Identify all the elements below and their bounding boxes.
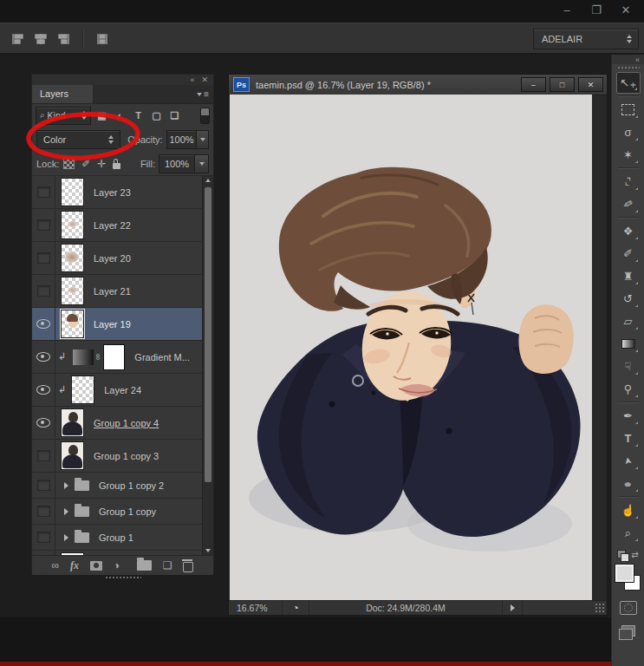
doc-close-button[interactable]: ✕ [578, 77, 603, 92]
move-tool[interactable]: ↖✛ [616, 72, 641, 94]
visibility-toggle[interactable] [32, 242, 55, 274]
canvas[interactable] [230, 95, 592, 602]
hand-tool[interactable]: ☝ [616, 500, 641, 521]
align-left-edges-button[interactable] [9, 30, 26, 48]
filter-smart-objects-icon[interactable]: ❏ [166, 108, 183, 124]
layer-row[interactable]: ↲Layer 24 [32, 374, 202, 407]
layer-thumbnail[interactable] [61, 310, 84, 338]
pen-tool[interactable]: ✒ [616, 405, 641, 427]
layer-row[interactable]: Group 1 copy 3 [32, 440, 202, 473]
filter-type-layers-icon[interactable]: T [130, 108, 146, 124]
magic-wand-tool[interactable]: ✶ [616, 144, 641, 166]
distribute-horizontal-centers-button[interactable] [94, 30, 111, 48]
visibility-toggle[interactable] [32, 308, 55, 340]
rectangular-marquee-tool[interactable] [616, 99, 641, 121]
visibility-toggle[interactable] [32, 176, 55, 208]
lock-transparency-icon[interactable] [63, 158, 75, 169]
visibility-toggle[interactable] [32, 440, 55, 472]
blend-mode-dropdown[interactable]: Color [36, 130, 120, 149]
layer-row[interactable]: Layer 19 [32, 308, 202, 341]
delete-layer-icon[interactable] [183, 562, 193, 572]
layer-styles-icon[interactable]: fx [70, 559, 79, 572]
lock-position-icon[interactable]: ✛ [97, 158, 106, 170]
eyedropper-tool[interactable]: ✎ [616, 193, 641, 215]
screen-mode-button[interactable] [621, 625, 635, 637]
layer-row[interactable]: Layer 22 [32, 209, 202, 242]
new-group-icon[interactable] [137, 560, 152, 571]
close-panel-icon[interactable]: ✕ [201, 75, 208, 84]
filter-toggle-switch[interactable] [200, 108, 210, 124]
ellipse-tool[interactable]: ● [616, 473, 641, 494]
layer-thumbnail[interactable] [71, 375, 94, 404]
layer-thumbnail[interactable] [61, 441, 84, 470]
document-resize-grip[interactable] [595, 603, 605, 613]
filter-kind-dropdown[interactable]: ⌕ Kind [36, 107, 91, 125]
mask-link-icon[interactable]: ∞ [94, 354, 103, 360]
brush-tool[interactable]: ✐ [616, 243, 641, 264]
clone-stamp-tool[interactable]: ♜ [616, 265, 641, 287]
lock-all-icon[interactable] [113, 163, 120, 169]
layer-thumbnail[interactable] [61, 244, 84, 272]
layer-thumbnail[interactable] [61, 178, 84, 206]
swap-colors-icon[interactable]: ⇄ [631, 550, 638, 559]
visibility-toggle[interactable] [32, 525, 55, 550]
align-right-edges-button[interactable] [55, 30, 73, 48]
restore-button[interactable]: ❐ [589, 3, 604, 17]
workspace-switcher[interactable]: ADELAIR [533, 29, 639, 49]
zoom-tool[interactable]: ⌕ [616, 522, 641, 544]
filter-adjustment-layers-icon[interactable]: ◐ [112, 108, 128, 124]
type-tool[interactable]: T [616, 428, 641, 449]
fill-value[interactable]: 100% [159, 154, 195, 173]
visibility-toggle[interactable] [32, 407, 55, 439]
expand-triangle-icon[interactable] [64, 508, 68, 515]
visibility-toggle[interactable] [32, 209, 55, 241]
layer-row[interactable]: Group 1 copy 4 [32, 407, 202, 440]
new-layer-icon[interactable]: ❏ [163, 559, 172, 571]
gradient-tool[interactable] [616, 333, 641, 355]
lock-pixels-icon[interactable]: ✐ [81, 158, 90, 170]
layer-thumbnail[interactable] [61, 552, 84, 555]
visibility-toggle[interactable] [32, 374, 55, 406]
collapse-panel-icon[interactable]: « [190, 75, 194, 84]
document-titlebar[interactable]: Ps taemin.psd @ 16.7% (Layer 19, RGB/8) … [229, 75, 607, 95]
layer-row[interactable]: Group 1 [32, 525, 202, 551]
layer-thumbnail[interactable] [61, 277, 84, 305]
quick-mask-button[interactable] [620, 601, 637, 615]
align-horizontal-centers-button[interactable] [32, 30, 49, 48]
scroll-down-icon[interactable] [205, 549, 211, 552]
tools-drag-grip[interactable] [612, 64, 644, 71]
doc-maximize-button[interactable]: □ [550, 77, 575, 92]
layer-thumbnail[interactable] [73, 349, 94, 365]
collapse-tools-icon[interactable]: « [635, 56, 640, 64]
expand-triangle-icon[interactable] [64, 534, 68, 541]
lasso-tool[interactable]: σ [616, 121, 641, 143]
layer-row[interactable]: Layer 20 [32, 242, 202, 275]
layer-thumbnail[interactable] [61, 211, 84, 239]
layer-row[interactable]: ↲∞Gradient M... [32, 341, 202, 374]
layer-thumbnail[interactable] [61, 408, 84, 437]
layers-scrollbar[interactable] [202, 176, 213, 555]
panel-resize-grip[interactable] [32, 575, 213, 580]
add-layer-mask-icon[interactable] [90, 561, 102, 571]
healing-brush-tool[interactable]: ❖ [616, 220, 641, 242]
layer-mask-thumbnail[interactable] [103, 344, 125, 370]
visibility-toggle[interactable] [32, 473, 55, 498]
link-layers-icon[interactable]: ∞ [51, 559, 59, 571]
layer-row[interactable]: Group 1 copy 2 [32, 473, 202, 499]
doc-minimize-button[interactable]: – [521, 77, 546, 92]
panel-menu-icon[interactable]: ≡ [197, 89, 209, 99]
filter-shape-layers-icon[interactable]: ▢ [148, 108, 165, 124]
path-selection-tool[interactable]: ➤ [616, 450, 641, 472]
visibility-toggle[interactable] [32, 275, 55, 307]
scrollbar-thumb[interactable] [205, 187, 211, 482]
filter-pixel-layers-icon[interactable]: ▦ [94, 108, 110, 124]
fill-dropdown-button[interactable] [195, 154, 209, 173]
smudge-tool[interactable]: ☟ [616, 356, 641, 377]
scroll-up-icon[interactable] [205, 179, 211, 182]
layer-row[interactable]: Group 1 copy [32, 499, 202, 525]
opacity-value[interactable]: 100% [166, 130, 198, 149]
dodge-tool[interactable]: ⚲ [616, 378, 641, 400]
expand-triangle-icon[interactable] [64, 482, 68, 489]
zoom-level-field[interactable]: 16.67% [229, 601, 283, 615]
layer-row[interactable] [32, 551, 202, 555]
